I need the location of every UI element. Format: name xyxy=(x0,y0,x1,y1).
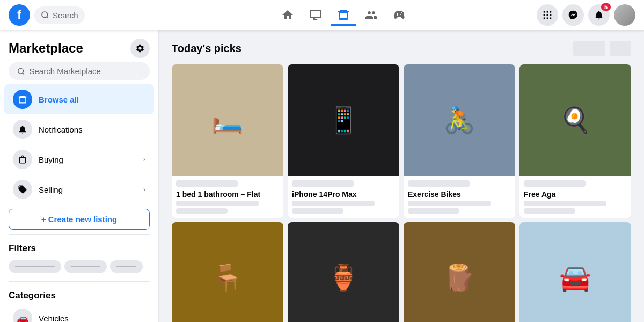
sidebar-item-notifications[interactable]: Notifications xyxy=(4,114,154,144)
play-icon xyxy=(309,9,322,21)
product-card-7[interactable]: 🪵 Bed Frame xyxy=(404,222,515,322)
avatar[interactable] xyxy=(614,4,635,26)
product-price-3 xyxy=(408,180,470,187)
search-input[interactable] xyxy=(29,67,141,76)
sidebar-item-browse-all[interactable]: Browse all xyxy=(4,84,154,114)
browse-all-label: Browse all xyxy=(39,95,145,104)
product-card-6[interactable]: 🏺 Decorative Vase xyxy=(288,222,399,322)
product-info-2: iPhone 14Pro Max xyxy=(288,176,399,218)
product-title-3: Exercise Bikes xyxy=(408,190,511,199)
svg-rect-2 xyxy=(310,10,321,18)
categories-title: Categories xyxy=(0,286,158,303)
product-card-8[interactable]: 🚘 Convertible Car xyxy=(519,222,631,322)
product-distance-2 xyxy=(292,208,343,214)
browse-all-icon xyxy=(13,90,32,109)
messenger-icon xyxy=(568,10,579,20)
nav-search-bar[interactable]: Search xyxy=(34,6,85,24)
nav-video-btn[interactable] xyxy=(303,4,328,26)
sidebar-divider-1 xyxy=(9,234,150,235)
product-image-4: 🍳 xyxy=(519,64,631,176)
main-layout: Marketplace Browse all Notifications xyxy=(0,30,644,322)
sidebar-item-vehicles[interactable]: 🚗 Vehicles xyxy=(4,303,154,322)
product-location-1 xyxy=(176,201,259,206)
buying-icon xyxy=(13,150,32,169)
notifications-btn[interactable]: 5 xyxy=(588,4,610,26)
gaming-icon xyxy=(393,9,406,21)
search-icon xyxy=(41,11,49,19)
sidebar: Marketplace Browse all Notifications xyxy=(0,30,159,322)
bell-icon xyxy=(594,10,604,20)
bag-icon xyxy=(18,155,27,164)
gear-icon xyxy=(135,43,145,53)
svg-point-8 xyxy=(546,14,548,16)
home-icon xyxy=(281,9,294,21)
product-distance-1 xyxy=(176,208,228,214)
product-card-3[interactable]: 🚴 Exercise Bikes xyxy=(404,64,515,218)
create-listing-label: + Create new listing xyxy=(41,215,117,224)
svg-point-0 xyxy=(42,12,48,18)
svg-point-6 xyxy=(550,11,551,13)
product-image-1: 🛏️ xyxy=(172,64,283,176)
product-distance-3 xyxy=(408,208,459,214)
svg-point-11 xyxy=(546,17,548,19)
product-title-4: Free Aga xyxy=(524,190,627,199)
product-title-1: 1 bed 1 bathroom – Flat xyxy=(176,190,279,199)
people-icon xyxy=(365,9,378,21)
nav-gaming-btn[interactable] xyxy=(386,4,412,26)
product-card-1[interactable]: 🛏️ 1 bed 1 bathroom – Flat xyxy=(172,64,283,218)
header-action-btn-1[interactable] xyxy=(573,41,605,56)
header-actions xyxy=(573,41,631,56)
svg-point-7 xyxy=(544,14,545,16)
facebook-logo[interactable]: f xyxy=(9,4,30,26)
grid-menu-btn[interactable] xyxy=(537,4,558,26)
product-info-4: Free Aga xyxy=(519,176,631,218)
product-location-4 xyxy=(524,201,606,206)
filter-tag-1[interactable]: ──────── xyxy=(9,260,61,273)
nav-people-btn[interactable] xyxy=(358,4,384,26)
buying-arrow: › xyxy=(143,156,145,163)
svg-point-9 xyxy=(550,14,551,16)
content-area: Today's picks 🛏️ 1 bed 1 bathroom – Flat… xyxy=(159,30,644,322)
sidebar-item-buying[interactable]: Buying › xyxy=(4,144,154,174)
header-action-btn-2[interactable] xyxy=(610,41,631,56)
filter-tag-2[interactable]: ────── xyxy=(64,260,107,273)
create-listing-button[interactable]: + Create new listing xyxy=(9,209,150,230)
sidebar-search-container[interactable] xyxy=(9,62,150,80)
filter-tag-3[interactable]: ──── xyxy=(110,260,143,273)
product-price-4 xyxy=(524,180,586,187)
notifications-icon xyxy=(13,120,32,139)
notification-count: 5 xyxy=(601,3,611,11)
product-card-5[interactable]: 🪑 Rattan Chair xyxy=(172,222,283,322)
nav-right: 5 xyxy=(528,4,635,26)
nav-marketplace-btn[interactable] xyxy=(331,4,356,26)
product-image-7: 🪵 xyxy=(404,222,515,322)
product-image-8: 🚘 xyxy=(519,222,631,322)
settings-button[interactable] xyxy=(130,39,150,58)
buying-label: Buying xyxy=(39,155,137,164)
products-grid: 🛏️ 1 bed 1 bathroom – Flat 📱 iPhone 14Pr… xyxy=(172,64,631,322)
product-card-4[interactable]: 🍳 Free Aga xyxy=(519,64,631,218)
messenger-btn[interactable] xyxy=(562,4,584,26)
sidebar-divider-2 xyxy=(9,281,150,282)
product-image-6: 🏺 xyxy=(288,222,399,322)
content-header: Today's picks xyxy=(172,41,631,56)
filters-title: Filters xyxy=(0,239,158,256)
product-image-3: 🚴 xyxy=(404,64,515,176)
product-info-1: 1 bed 1 bathroom – Flat xyxy=(172,176,283,218)
vehicles-icon: 🚗 xyxy=(13,309,32,322)
notifications-label: Notifications xyxy=(39,125,145,134)
nav-center xyxy=(159,4,528,26)
product-image-5: 🪑 xyxy=(172,222,283,322)
product-distance-4 xyxy=(524,208,575,214)
product-location-3 xyxy=(408,201,491,206)
nav-left: f Search xyxy=(9,4,159,26)
nav-home-btn[interactable] xyxy=(275,4,301,26)
selling-arrow: › xyxy=(143,186,145,193)
product-card-2[interactable]: 📱 iPhone 14Pro Max xyxy=(288,64,399,218)
sidebar-item-selling[interactable]: Selling › xyxy=(4,174,154,204)
product-price-2 xyxy=(292,180,354,187)
store-icon xyxy=(18,94,27,104)
svg-point-10 xyxy=(544,17,545,19)
filter-tags-container: ──────── ────── ──── xyxy=(0,256,158,277)
product-title-2: iPhone 14Pro Max xyxy=(292,190,395,199)
